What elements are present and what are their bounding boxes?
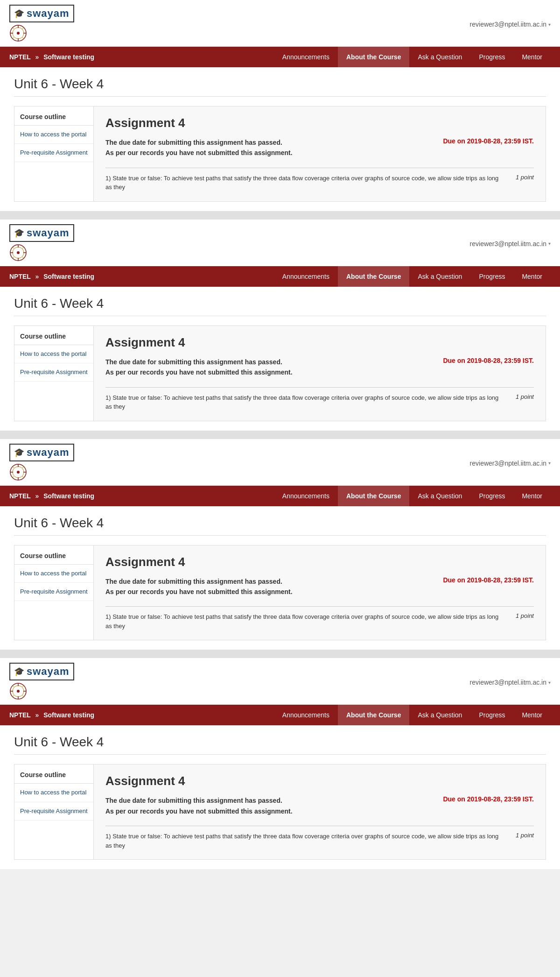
nav-progress-4[interactable]: Progress <box>470 705 513 725</box>
question-number-3: 1) <box>105 613 111 620</box>
user-info-3[interactable]: reviewer3@nptel.iitm.ac.in ▾ <box>470 460 551 467</box>
nav-mentor-1[interactable]: Mentor <box>513 47 551 67</box>
swayam-logo-3[interactable]: 🎓 swayam <box>9 444 74 461</box>
question-content-1: State true or false: To achieve test pat… <box>105 175 498 191</box>
page-title-3: Unit 6 - Week 4 <box>14 516 546 536</box>
breadcrumb-3: NPTEL » Software testing <box>9 492 94 500</box>
nav-mentor-4[interactable]: Mentor <box>513 705 551 725</box>
breadcrumb-sep-1: » <box>35 53 39 61</box>
user-info-4[interactable]: reviewer3@nptel.iitm.ac.in ▾ <box>470 679 551 686</box>
hat-icon-3: 🎓 <box>14 447 25 458</box>
page-title-4: Unit 6 - Week 4 <box>14 735 546 755</box>
sidebar-item-portal-4[interactable]: How to access the portal <box>14 784 93 802</box>
user-email-1: reviewer3@nptel.iitm.ac.in <box>470 21 546 28</box>
assignment-due-2: Due on 2019-08-28, 23:59 IST. <box>443 357 534 364</box>
assignment-header-row-1: The due date for submitting this assignm… <box>105 137 534 160</box>
nav-announcements-1[interactable]: Announcements <box>274 47 338 67</box>
main-layout-3: Course outline How to access the portal … <box>14 545 546 641</box>
question-points-4: 1 point <box>516 832 534 839</box>
nav-announcements-4[interactable]: Announcements <box>274 705 338 725</box>
breadcrumb-4: NPTEL » Software testing <box>9 711 94 719</box>
sidebar-title-4: Course outline <box>14 765 93 784</box>
assignment-notice-1: The due date for submitting this assignm… <box>105 137 293 158</box>
assignment-area-2: Assignment 4 The due date for submitting… <box>94 326 546 421</box>
nav-about-3[interactable]: About the Course <box>338 486 409 506</box>
logo-text-2: swayam <box>27 227 70 239</box>
sidebar-4: Course outline How to access the portal … <box>14 765 94 859</box>
question-row-2: 1) State true or false: To achieve test … <box>105 393 534 411</box>
swayam-logo-2[interactable]: 🎓 swayam <box>9 224 74 242</box>
user-info-1[interactable]: reviewer3@nptel.iitm.ac.in ▾ <box>470 21 551 28</box>
top-bar-4: 🎓 swayam review <box>0 658 560 705</box>
assignment-notice-4: The due date for submitting this assignm… <box>105 795 293 816</box>
nav-ask-4[interactable]: Ask a Question <box>409 705 470 725</box>
nav-progress-1[interactable]: Progress <box>470 47 513 67</box>
sidebar-item-portal-2[interactable]: How to access the portal <box>14 345 93 363</box>
nav-ask-1[interactable]: Ask a Question <box>409 47 470 67</box>
top-bar-1: 🎓 swayam review <box>0 0 560 47</box>
nav-mentor-2[interactable]: Mentor <box>513 266 551 287</box>
nav-mentor-3[interactable]: Mentor <box>513 486 551 506</box>
notice-line2-4: As per our records you have not submitte… <box>105 806 293 816</box>
assignment-title-1: Assignment 4 <box>105 116 534 130</box>
logo-area-4: 🎓 swayam <box>9 663 74 702</box>
sidebar-item-prereq-4[interactable]: Pre-requisite Assignment <box>14 802 93 821</box>
user-info-2[interactable]: reviewer3@nptel.iitm.ac.in ▾ <box>470 240 551 248</box>
question-row-1: 1) State true or false: To achieve test … <box>105 174 534 192</box>
question-number-4: 1) <box>105 833 111 840</box>
content-area-1: Unit 6 - Week 4 Course outline How to ac… <box>0 67 560 211</box>
nav-announcements-3[interactable]: Announcements <box>274 486 338 506</box>
sidebar-title-3: Course outline <box>14 545 93 565</box>
nav-ask-2[interactable]: Ask a Question <box>409 266 470 287</box>
logo-area-1: 🎓 swayam <box>9 5 74 44</box>
swayam-logo-4[interactable]: 🎓 swayam <box>9 663 74 680</box>
question-points-3: 1 point <box>516 612 534 619</box>
user-dropdown-arrow-1: ▾ <box>548 22 551 27</box>
nav-ask-3[interactable]: Ask a Question <box>409 486 470 506</box>
swayam-logo-1[interactable]: 🎓 swayam <box>9 5 74 22</box>
nav-links-2: Announcements About the Course Ask a Que… <box>274 266 551 287</box>
sidebar-item-prereq-2[interactable]: Pre-requisite Assignment <box>14 363 93 382</box>
breadcrumb-nptel-3: NPTEL <box>9 492 31 500</box>
nav-about-1[interactable]: About the Course <box>338 47 409 67</box>
nav-progress-2[interactable]: Progress <box>470 266 513 287</box>
sidebar-item-portal-1[interactable]: How to access the portal <box>14 126 93 144</box>
svg-point-13 <box>17 251 20 254</box>
question-text-2: 1) State true or false: To achieve test … <box>105 393 506 411</box>
breadcrumb-nptel-4: NPTEL <box>9 711 31 719</box>
main-layout-2: Course outline How to access the portal … <box>14 326 546 421</box>
nav-about-4[interactable]: About the Course <box>338 705 409 725</box>
sidebar-item-prereq-1[interactable]: Pre-requisite Assignment <box>14 144 93 162</box>
main-layout-1: Course outline How to access the portal … <box>14 106 546 202</box>
page-section-2: 🎓 swayam review <box>0 219 560 431</box>
logo-area-2: 🎓 swayam <box>9 224 74 263</box>
top-bar-2: 🎓 swayam review <box>0 219 560 266</box>
breadcrumb-sep-4: » <box>35 711 39 719</box>
sidebar-title-2: Course outline <box>14 326 93 345</box>
nav-bar-1: NPTEL » Software testing Announcements A… <box>0 47 560 67</box>
sidebar-3: Course outline How to access the portal … <box>14 545 94 640</box>
emblem-svg-4 <box>9 682 27 700</box>
assignment-notice-3: The due date for submitting this assignm… <box>105 576 293 597</box>
nav-about-2[interactable]: About the Course <box>338 266 409 287</box>
hat-icon-1: 🎓 <box>14 8 25 19</box>
nav-links-1: Announcements About the Course Ask a Que… <box>274 47 551 67</box>
main-layout-4: Course outline How to access the portal … <box>14 764 546 860</box>
content-area-4: Unit 6 - Week 4 Course outline How to ac… <box>0 725 560 869</box>
question-text-3: 1) State true or false: To achieve test … <box>105 612 506 630</box>
question-text-4: 1) State true or false: To achieve test … <box>105 832 506 850</box>
user-dropdown-arrow-2: ▾ <box>548 241 551 246</box>
sidebar-item-portal-3[interactable]: How to access the portal <box>14 565 93 583</box>
logo-text-4: swayam <box>27 665 70 678</box>
nav-progress-3[interactable]: Progress <box>470 486 513 506</box>
notice-line1-1: The due date for submitting this assignm… <box>105 137 293 148</box>
notice-line2-1: As per our records you have not submitte… <box>105 148 293 158</box>
sidebar-2: Course outline How to access the portal … <box>14 326 94 421</box>
notice-line1-2: The due date for submitting this assignm… <box>105 357 293 367</box>
nav-announcements-2[interactable]: Announcements <box>274 266 338 287</box>
page-title-2: Unit 6 - Week 4 <box>14 296 546 316</box>
sidebar-item-prereq-3[interactable]: Pre-requisite Assignment <box>14 583 93 601</box>
top-bar-3: 🎓 swayam review <box>0 439 560 486</box>
page-section-4: 🎓 swayam review <box>0 658 560 869</box>
question-row-3: 1) State true or false: To achieve test … <box>105 612 534 630</box>
